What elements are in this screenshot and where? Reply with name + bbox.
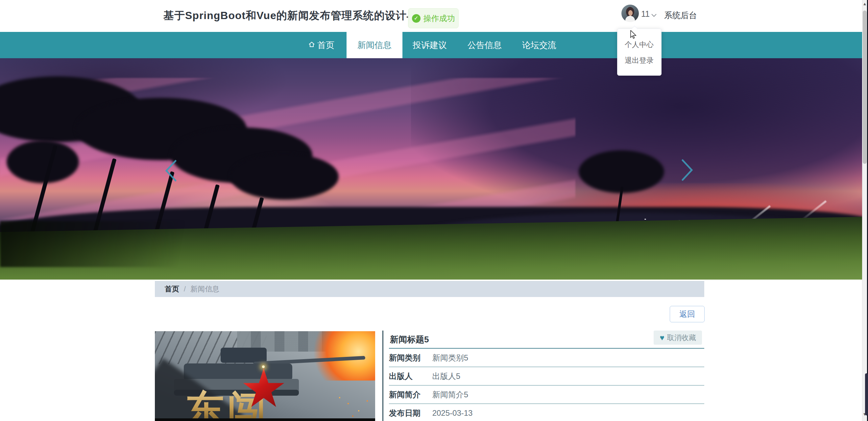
outer-scrollbar-thumb[interactable] (865, 373, 868, 415)
nav-item-complaints[interactable]: 投诉建议 (408, 32, 452, 58)
hero-carousel-image (0, 58, 862, 279)
field-label: 新闻类别 (389, 349, 424, 367)
grass-shadow (0, 221, 250, 267)
field-value: 新闻类别5 (432, 353, 468, 362)
heart-icon: ♥ (659, 334, 664, 342)
page: 基于SpringBoot和Vue的新闻发布管理系统的设计与实现 11 系统后台 … (0, 0, 868, 421)
field-label: 发布日期 (389, 404, 424, 421)
username[interactable]: 11 (641, 9, 650, 19)
menu-item-profile[interactable]: 个人中心 (625, 40, 654, 50)
page-title: 基于SpringBoot和Vue的新闻发布管理系统的设计与实现 (163, 8, 439, 23)
nav-label: 新闻信息 (358, 39, 392, 51)
news-field-row: 新闻类别 新闻类别5 (389, 349, 704, 367)
carousel-next-button[interactable] (680, 159, 694, 183)
back-button[interactable]: 返回 (670, 306, 705, 322)
breadcrumb-home[interactable]: 首页 (165, 284, 179, 294)
poster-explosion (309, 331, 375, 381)
news-title-row: 新闻标题5 ♥ 取消收藏 (389, 331, 704, 349)
nav-item-home[interactable]: 首页 (303, 32, 340, 58)
field-label: 新闻简介 (389, 386, 424, 403)
toast-message: 操作成功 (424, 13, 455, 24)
backend-link[interactable]: 系统后台 (664, 10, 697, 21)
poster-sparks (339, 397, 340, 398)
nav-label: 论坛交流 (522, 39, 556, 51)
nav-label: 投诉建议 (413, 39, 447, 51)
breadcrumb-separator: / (184, 285, 186, 293)
scrollbar-thumb[interactable] (863, 10, 867, 164)
field-value: 新闻简介5 (432, 390, 468, 399)
chevron-down-icon[interactable] (651, 12, 657, 19)
success-toast: ✓ 操作成功 (408, 8, 459, 28)
field-value: 2025-03-13 (432, 409, 473, 417)
avatar[interactable] (621, 5, 639, 22)
news-poster-image: 东闯 (155, 331, 375, 421)
news-field-row: 出版人 出版人5 (389, 367, 704, 386)
nav-item-announcements[interactable]: 公告信息 (463, 32, 507, 58)
news-title: 新闻标题5 (390, 334, 429, 345)
breadcrumb: 首页 / 新闻信息 (155, 281, 704, 297)
unfavorite-button[interactable]: ♥ 取消收藏 (654, 331, 702, 345)
nav-label: 首页 (317, 39, 334, 51)
nav-item-news[interactable]: 新闻信息 (346, 32, 402, 58)
news-detail-panel: 新闻标题5 ♥ 取消收藏 新闻类别 新闻类别5 出版人 出版人5 新闻简介 新闻… (382, 331, 704, 421)
tree-silhouette (7, 141, 79, 183)
carousel-prev-button[interactable] (164, 159, 178, 183)
poster-tank-turret (221, 348, 267, 363)
scrollbar-up-arrow[interactable]: ▲ (862, 1, 867, 8)
news-field-row: 发布日期 2025-03-13 (389, 404, 704, 421)
poster-tank-hull (184, 363, 292, 381)
user-dropdown-menu: 个人中心 退出登录 (617, 29, 661, 76)
unfavorite-label: 取消收藏 (667, 333, 696, 343)
city-lights (644, 219, 646, 220)
nav-label: 公告信息 (468, 39, 502, 51)
field-value: 出版人5 (432, 372, 460, 381)
menu-item-logout[interactable]: 退出登录 (625, 56, 654, 65)
breadcrumb-current: 新闻信息 (190, 284, 219, 294)
check-circle-icon: ✓ (412, 14, 421, 23)
home-icon (308, 40, 315, 50)
field-label: 出版人 (389, 367, 424, 385)
star-glint (262, 365, 265, 368)
news-field-row: 新闻简介 新闻简介5 (389, 386, 704, 404)
poster-letterbox (155, 418, 375, 421)
nav-item-forum[interactable]: 论坛交流 (517, 32, 561, 58)
mouse-cursor-icon (630, 30, 637, 40)
main-nav: 首页 新闻信息 投诉建议 公告信息 论坛交流 (0, 32, 862, 58)
tree-silhouette (230, 154, 339, 200)
